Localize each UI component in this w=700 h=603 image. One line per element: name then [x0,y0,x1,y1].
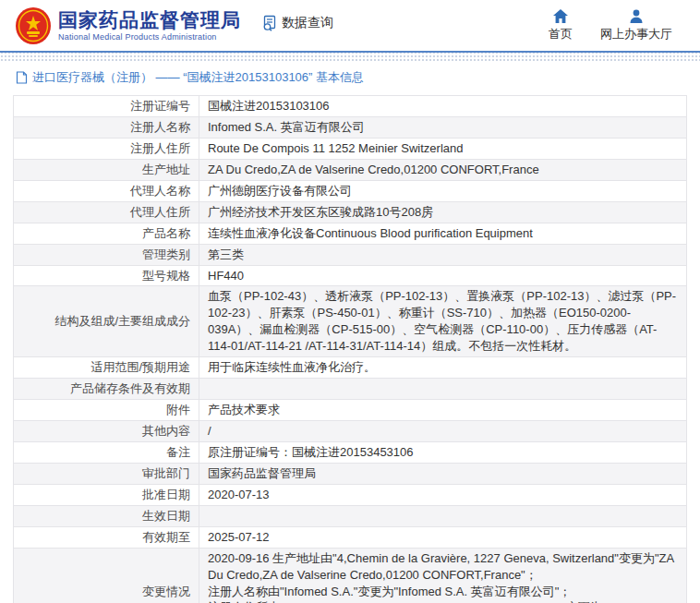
nav-home-label: 首页 [549,26,573,42]
row-value: 第三类 [208,247,244,261]
row-value: ZA Du Credo,ZA de Valserine Credo,01200 … [208,163,539,176]
brand-text: 国家药品监督管理局 National Medical Products Admi… [58,9,241,41]
user-icon [629,9,644,23]
row-label: 产品储存条件及有效期 [70,381,190,395]
info-table-body: 注册证编号 国械注进20153103106 注册人名称 Infomed S.A.… [14,96,687,603]
table-row: 代理人名称 广州德朗医疗设备有限公司 [14,180,687,201]
data-query-icon [261,15,278,31]
table-row: 结构及组成/主要组成成分 血泵（PP-102-43）、透析液泵（PP-102-1… [14,286,687,357]
info-table: 注册证编号 国械注进20153103106 注册人名称 Infomed S.A.… [13,95,687,603]
row-value: 广州德朗医疗设备有限公司 [208,184,352,198]
breadcrumb-text: 进口医疗器械（注册） —— “国械注进20153103106” 基本信息 [32,69,364,86]
row-label: 审批部门 [142,466,190,480]
table-row: 注册人名称 Infomed S.A. 英富迈有限公司 [14,116,687,138]
row-value: 2020-07-13 [208,488,270,501]
national-emblem-logo [15,6,52,45]
row-label: 生效日期 [142,509,190,523]
row-value: 广州经济技术开发区东区骏成路10号208房 [208,205,433,219]
nav-home[interactable]: 首页 [549,9,573,42]
brand[interactable]: 国家药品监督管理局 National Medical Products Admi… [15,6,241,45]
nav-online-hall[interactable]: 网上办事大厅 [600,9,672,42]
row-value: 连续性血液净化设备Continuous Blood purification E… [208,226,533,240]
table-row: 产品名称 连续性血液净化设备Continuous Blood purificat… [14,223,687,244]
row-value: 国家药品监督管理局 [208,466,316,480]
nav-data-query-label: 数据查询 [282,15,333,31]
document-icon [16,71,28,84]
table-row: 有效期至 2025-07-12 [14,526,687,548]
row-label: 管理类别 [142,247,190,261]
page: 国家药品监督管理局 National Medical Products Admi… [0,0,700,603]
row-value: Route De Compois 11 1252 Meinier Switzer… [208,141,464,155]
site-header: 国家药品监督管理局 National Medical Products Admi… [0,0,700,53]
info-table-wrap: 注册证编号 国械注进20153103106 注册人名称 Infomed S.A.… [0,95,700,603]
row-label: 型号规格 [142,269,190,283]
row-value: 国械注进20153103106 [208,99,330,113]
row-label: 变更情况 [142,585,190,598]
row-label: 产品名称 [142,226,190,240]
table-row: 适用范围/预期用途 用于临床连续性血液净化治疗。 [14,357,687,379]
row-label: 注册人住所 [130,141,190,155]
table-row: 注册证编号 国械注进20153103106 [14,96,687,117]
row-label: 生产地址 [142,163,190,176]
row-label: 其他内容 [142,424,190,438]
home-icon [553,9,568,23]
table-row: 注册人住所 Route De Compois 11 1252 Meinier S… [14,138,687,159]
decorative-dotted-strip [0,53,700,61]
table-row: 生效日期 [14,505,687,526]
row-label: 有效期至 [142,530,190,544]
table-row: 管理类别 第三类 [14,244,687,265]
nav-online-hall-label: 网上办事大厅 [600,26,672,42]
row-label: 注册人名称 [130,120,190,134]
table-row: 生产地址 ZA Du Credo,ZA de Valserine Credo,0… [14,159,687,180]
table-row: 备注 原注册证编号：国械注进20153453106 [14,441,687,463]
row-value: Infomed S.A. 英富迈有限公司 [208,120,365,134]
row-label: 代理人住所 [130,205,190,219]
table-row: 批准日期 2020-07-13 [14,484,687,505]
table-row: 附件 产品技术要求 [14,400,687,421]
row-value: 产品技术要求 [208,403,280,416]
header-right-nav: 首页 网上办事大厅 [549,9,685,42]
table-row: 型号规格 HF440 [14,265,687,286]
row-value: 原注册证编号：国械注进20153453106 [208,445,414,459]
row-value: 血泵（PP-102-43）、透析液泵（PP-102-13）、置换液泵（PP-10… [208,289,676,353]
table-row: 变更情况 2020-09-16 生产地址由"4,Chemin de la Gra… [14,548,687,603]
row-value: 用于临床连续性血液净化治疗。 [208,360,376,374]
row-label: 结构及组成/主要组成成分 [54,314,190,328]
row-value: 2025-07-12 [208,530,270,544]
agency-name-zh: 国家药品监督管理局 [58,9,241,31]
row-label: 批准日期 [142,488,190,501]
row-label: 代理人名称 [130,184,190,198]
row-label: 注册证编号 [130,99,190,113]
table-row: 其他内容 / [14,421,687,442]
nav-data-query[interactable]: 数据查询 [261,15,333,31]
table-row: 代理人住所 广州经济技术开发区东区骏成路10号208房 [14,201,687,223]
breadcrumb: 进口医疗器械（注册） —— “国械注进20153103106” 基本信息 [0,61,700,95]
row-value: 2020-09-16 生产地址由"4,Chemin de la Gravière… [208,551,673,603]
row-value: / [208,424,211,438]
row-label: 附件 [166,403,190,416]
table-row: 产品储存条件及有效期 [14,379,687,400]
row-value: HF440 [208,269,244,283]
agency-name-en: National Medical Products Administration [58,32,241,42]
row-label: 适用范围/预期用途 [91,360,190,374]
row-label: 备注 [166,445,190,459]
table-row: 审批部门 国家药品监督管理局 [14,463,687,484]
